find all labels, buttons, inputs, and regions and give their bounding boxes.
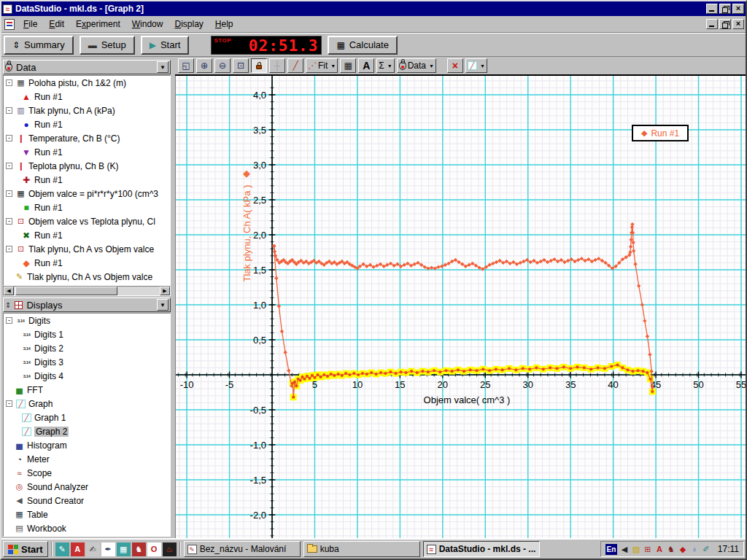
- start-menu-button[interactable]: Start: [3, 541, 48, 557]
- tree-item[interactable]: ▼Run #1: [4, 145, 170, 159]
- tree-item[interactable]: -❙Temperature, Ch B (°C): [4, 131, 170, 145]
- panel-splitter-icon[interactable]: ⇕: [5, 301, 11, 309]
- document-window-icon[interactable]: [4, 19, 15, 30]
- child-close-button[interactable]: ×: [732, 19, 744, 29]
- pen-tray-icon[interactable]: ✐: [700, 545, 712, 554]
- lock-axes-button[interactable]: [251, 58, 267, 73]
- taskbar-clock[interactable]: 17:11: [718, 544, 739, 554]
- task-button[interactable]: ✎Bez_názvu - Malování: [184, 541, 301, 557]
- tree-item[interactable]: ▅FFT: [4, 383, 170, 397]
- scroll-right-icon[interactable]: ▶: [160, 287, 170, 295]
- calculator-button[interactable]: ▦: [340, 58, 356, 73]
- scheduler-icon[interactable]: ⊞: [642, 545, 654, 554]
- expander-icon[interactable]: -: [6, 163, 12, 169]
- zoom-in-button[interactable]: ⊕: [196, 58, 212, 73]
- menu-display[interactable]: Display: [169, 17, 209, 31]
- calculate-button[interactable]: ▦ Calculate: [328, 36, 398, 55]
- tree-item[interactable]: -⊡Objem valce vs Teplota plynu, Cl: [4, 214, 170, 228]
- antivirus-icon[interactable]: ▨: [630, 545, 642, 554]
- expander-icon[interactable]: -: [6, 135, 12, 141]
- tree-item[interactable]: -▥Tlak plynu, Ch A (kPa): [4, 104, 170, 117]
- smart-tool-button[interactable]: ┼: [269, 58, 285, 73]
- tree-item[interactable]: ▲Run #1: [4, 90, 170, 104]
- tree-item[interactable]: ▤Workbook: [4, 521, 170, 535]
- expander-icon[interactable]: -: [6, 79, 12, 86]
- delete-button[interactable]: ×: [447, 58, 463, 73]
- text-note-button[interactable]: A: [358, 58, 374, 73]
- setup-button[interactable]: ▬ Setup: [80, 36, 135, 55]
- tree-item[interactable]: ◎Sound Analyzer: [4, 480, 170, 494]
- child-minimize-button[interactable]: [706, 19, 718, 29]
- y-axis-title[interactable]: Tlak plynu, Ch A( kPa ): [241, 185, 252, 282]
- keyboard-layout-indicator[interactable]: En: [605, 544, 617, 555]
- volume-icon[interactable]: ◀: [619, 545, 630, 554]
- data-panel-header[interactable]: Data ▼: [3, 60, 171, 74]
- menu-help[interactable]: Help: [209, 17, 239, 31]
- task-button[interactable]: ≈DataStudio - mkl.ds - ...: [423, 541, 540, 557]
- avg-icon[interactable]: ◆: [677, 545, 689, 554]
- legend[interactable]: ◆ Run #1: [632, 125, 689, 141]
- ql-pen-icon[interactable]: ✒: [101, 542, 115, 556]
- expander-icon[interactable]: -: [6, 190, 12, 197]
- globe-icon[interactable]: ♁: [689, 545, 700, 554]
- data-tree-hscrollbar[interactable]: ◀ ▶: [3, 286, 171, 296]
- expander-icon[interactable]: -: [6, 246, 12, 252]
- ql-hand-icon[interactable]: ✍: [86, 542, 100, 556]
- graph-settings-button[interactable]: ╱▼: [465, 58, 487, 73]
- tree-item[interactable]: ╱Graph 1: [4, 411, 170, 424]
- ql-opera-icon[interactable]: O: [147, 542, 161, 556]
- data-menu-button[interactable]: Data▼: [397, 58, 436, 73]
- menu-file[interactable]: File: [18, 17, 43, 31]
- statistics-button[interactable]: Σ▼: [376, 58, 394, 73]
- start-button[interactable]: ▶ Start: [141, 36, 190, 55]
- fit-menu-button[interactable]: ⋰Fit▼: [306, 58, 338, 73]
- tree-item[interactable]: ╱Graph 2: [4, 424, 170, 438]
- tree-item[interactable]: ≈Scope: [4, 466, 170, 480]
- expander-icon[interactable]: -: [6, 317, 12, 324]
- expander-icon[interactable]: -: [6, 107, 12, 114]
- tree-item[interactable]: -▦Objem valce = pi*r*r*y*100 (cm^3: [4, 187, 170, 201]
- child-restore-button[interactable]: [719, 19, 731, 29]
- ql-flame-icon[interactable]: ♨: [163, 542, 177, 556]
- tree-item[interactable]: 3.14Digits 2: [4, 341, 170, 355]
- tree-item[interactable]: ●Run #1: [4, 117, 170, 131]
- scale-to-fit-button[interactable]: ◱: [178, 58, 194, 73]
- displays-panel-header[interactable]: ⇕ Displays ▼: [3, 298, 171, 312]
- menu-edit[interactable]: Edit: [43, 17, 70, 31]
- task-button[interactable]: kuba: [303, 541, 420, 557]
- ql-dragon-icon[interactable]: ♞: [132, 542, 146, 556]
- restore-button[interactable]: [719, 4, 731, 14]
- summary-button[interactable]: ⇕ Summary: [4, 36, 74, 55]
- tree-item[interactable]: -▦Poloha pistu, Ch 1&2 (m): [4, 76, 170, 90]
- taz-icon[interactable]: ♞: [665, 545, 677, 554]
- ql-acrobat-icon[interactable]: A: [71, 542, 85, 556]
- tree-item[interactable]: 3.14Digits 3: [4, 355, 170, 369]
- close-button[interactable]: ×: [732, 4, 744, 14]
- menu-experiment[interactable]: Experiment: [70, 17, 126, 31]
- tree-item[interactable]: ◀Sound Creator: [4, 494, 170, 508]
- scroll-left-icon[interactable]: ◀: [4, 287, 14, 295]
- ati-icon[interactable]: A: [654, 545, 665, 554]
- tree-item[interactable]: ✖Run #1: [4, 228, 170, 242]
- tree-item[interactable]: 3.14Digits 1: [4, 327, 170, 341]
- tree-item[interactable]: ■Run #1: [4, 201, 170, 214]
- tree-item[interactable]: -╱Graph: [4, 397, 170, 411]
- tree-item[interactable]: 3.14Digits 4: [4, 369, 170, 383]
- zoom-select-button[interactable]: ⊡: [233, 58, 249, 73]
- tree-item[interactable]: ✎Tlak plynu, Ch A vs Objem valce: [4, 270, 170, 284]
- tree-item[interactable]: -⊡Tlak plynu, Ch A vs Objem valce: [4, 242, 170, 256]
- tree-item[interactable]: ◔Meter: [4, 452, 170, 466]
- ql-calculator-icon[interactable]: ▦: [117, 542, 131, 556]
- slope-tool-button[interactable]: ╱: [287, 58, 303, 73]
- expander-icon[interactable]: -: [6, 400, 12, 407]
- x-axis-title[interactable]: Objem valce( cm^3 ): [424, 394, 511, 405]
- scrollbar-thumb[interactable]: [15, 287, 117, 295]
- expander-icon[interactable]: -: [6, 218, 12, 225]
- tree-item[interactable]: ✚Run #1: [4, 173, 170, 187]
- graph-plot-area[interactable]: -10-55101520253035404550554,03,53,02,52,…: [175, 76, 746, 538]
- minimize-button[interactable]: [706, 4, 718, 14]
- tree-item[interactable]: ▅Histogram: [4, 438, 170, 452]
- tree-item[interactable]: -3.14Digits: [4, 314, 170, 327]
- menu-window[interactable]: Window: [126, 17, 169, 31]
- displays-dropdown-button[interactable]: ▼: [157, 299, 169, 311]
